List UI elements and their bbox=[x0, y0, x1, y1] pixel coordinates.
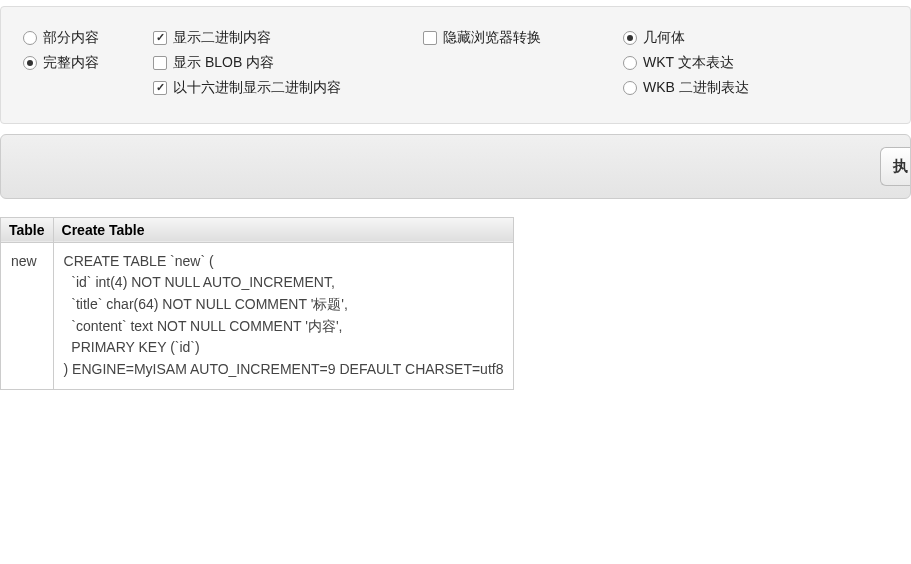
browser-transform-group: 隐藏浏览器转换 bbox=[423, 25, 623, 101]
table-header-row: Table Create Table bbox=[1, 217, 514, 242]
results-table: Table Create Table new CREATE TABLE `new… bbox=[0, 217, 514, 390]
geometry-format-group: 几何体 WKT 文本表达 WKB 二进制表达 bbox=[623, 25, 803, 101]
action-bar: 执 bbox=[0, 134, 911, 199]
show-blob-option: 显示 BLOB 内容 bbox=[153, 50, 423, 75]
show-hex-binary-checkbox[interactable] bbox=[153, 81, 167, 95]
full-content-label: 完整内容 bbox=[43, 50, 99, 75]
options-row: 部分内容 完整内容 显示二进制内容 显示 BLOB 内容 以十六进制显示二进制内… bbox=[23, 25, 888, 101]
binary-display-group: 显示二进制内容 显示 BLOB 内容 以十六进制显示二进制内容 bbox=[153, 25, 423, 101]
wkt-label: WKT 文本表达 bbox=[643, 50, 734, 75]
wkt-option: WKT 文本表达 bbox=[623, 50, 803, 75]
wkb-radio[interactable] bbox=[623, 81, 637, 95]
table-row: new CREATE TABLE `new` ( `id` int(4) NOT… bbox=[1, 242, 514, 389]
show-binary-label: 显示二进制内容 bbox=[173, 25, 271, 50]
create-sql-text: CREATE TABLE `new` ( `id` int(4) NOT NUL… bbox=[64, 251, 504, 381]
table-header-create-table: Create Table bbox=[53, 217, 514, 242]
partial-content-radio[interactable] bbox=[23, 31, 37, 45]
create-table-cell: CREATE TABLE `new` ( `id` int(4) NOT NUL… bbox=[53, 242, 514, 389]
show-blob-label: 显示 BLOB 内容 bbox=[173, 50, 274, 75]
full-content-radio[interactable] bbox=[23, 56, 37, 70]
show-hex-binary-label: 以十六进制显示二进制内容 bbox=[173, 75, 341, 100]
geometry-label: 几何体 bbox=[643, 25, 685, 50]
execute-button[interactable]: 执 bbox=[880, 147, 910, 186]
full-content-option: 完整内容 bbox=[23, 50, 153, 75]
wkb-label: WKB 二进制表达 bbox=[643, 75, 749, 100]
wkb-option: WKB 二进制表达 bbox=[623, 75, 803, 100]
table-header-table: Table bbox=[1, 217, 54, 242]
partial-content-label: 部分内容 bbox=[43, 25, 99, 50]
wkt-radio[interactable] bbox=[623, 56, 637, 70]
show-binary-option: 显示二进制内容 bbox=[153, 25, 423, 50]
show-hex-binary-option: 以十六进制显示二进制内容 bbox=[153, 75, 423, 100]
hide-browser-transform-checkbox[interactable] bbox=[423, 31, 437, 45]
geometry-radio[interactable] bbox=[623, 31, 637, 45]
hide-browser-transform-option: 隐藏浏览器转换 bbox=[423, 25, 623, 50]
results-area: Table Create Table new CREATE TABLE `new… bbox=[0, 217, 911, 390]
partial-content-option: 部分内容 bbox=[23, 25, 153, 50]
display-options-panel: 部分内容 完整内容 显示二进制内容 显示 BLOB 内容 以十六进制显示二进制内… bbox=[0, 6, 911, 124]
geometry-option: 几何体 bbox=[623, 25, 803, 50]
table-name-cell: new bbox=[1, 242, 54, 389]
show-binary-checkbox[interactable] bbox=[153, 31, 167, 45]
content-mode-group: 部分内容 完整内容 bbox=[23, 25, 153, 101]
hide-browser-transform-label: 隐藏浏览器转换 bbox=[443, 25, 541, 50]
show-blob-checkbox[interactable] bbox=[153, 56, 167, 70]
